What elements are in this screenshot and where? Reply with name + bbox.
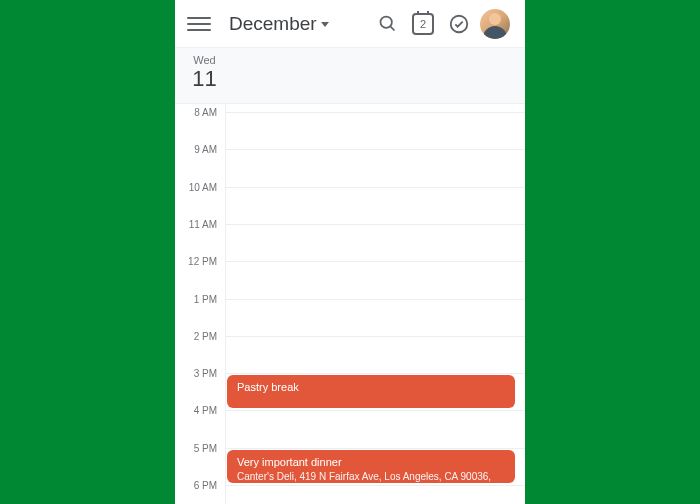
svg-point-2 — [451, 15, 468, 32]
time-label: 8 AM — [194, 107, 217, 118]
calendar-event[interactable]: Very important dinnerCanter's Deli, 419 … — [227, 450, 515, 483]
hour-line — [226, 187, 525, 188]
event-title: Pastry break — [237, 380, 505, 394]
hour-line — [226, 373, 525, 374]
time-label: 12 PM — [188, 256, 217, 267]
time-label: 1 PM — [194, 293, 217, 304]
hamburger-icon[interactable] — [187, 12, 211, 36]
time-label: 11 AM — [189, 218, 217, 229]
hour-line — [226, 299, 525, 300]
time-label: 9 AM — [194, 144, 217, 155]
calendar-grid[interactable]: 8 AM9 AM10 AM11 AM12 PM1 PM2 PM3 PM4 PM5… — [175, 104, 525, 504]
app-bar: December 2 — [175, 0, 525, 48]
calendar-today-icon: 2 — [412, 13, 434, 35]
time-label: 2 PM — [194, 330, 217, 341]
avatar-icon — [480, 9, 510, 39]
time-label: 5 PM — [194, 442, 217, 453]
tasks-button[interactable] — [441, 6, 477, 42]
time-label: 6 PM — [194, 480, 217, 491]
event-location: Canter's Deli, 419 N Fairfax Ave, Los An… — [237, 470, 505, 496]
chevron-down-icon — [321, 22, 329, 27]
hour-line — [226, 448, 525, 449]
hour-line — [226, 149, 525, 150]
search-icon — [377, 13, 398, 34]
check-circle-icon — [448, 13, 470, 35]
today-button[interactable]: 2 — [405, 6, 441, 42]
hour-line — [226, 336, 525, 337]
event-title: Very important dinner — [237, 455, 505, 469]
day-header: Wed 11 — [175, 48, 525, 104]
hour-line — [226, 261, 525, 262]
weekday-label: Wed — [187, 54, 222, 66]
month-picker[interactable]: December — [229, 13, 329, 35]
date-label: 11 — [187, 66, 222, 92]
svg-point-0 — [380, 17, 391, 28]
time-label: 3 PM — [194, 368, 217, 379]
day-label[interactable]: Wed 11 — [187, 54, 222, 92]
time-column: 8 AM9 AM10 AM11 AM12 PM1 PM2 PM3 PM4 PM5… — [175, 104, 225, 504]
calendar-event[interactable]: Pastry break — [227, 375, 515, 408]
hour-line — [226, 112, 525, 113]
svg-line-1 — [390, 26, 394, 30]
hour-line — [226, 410, 525, 411]
calendar-app-frame: December 2 Wed 11 — [175, 0, 525, 504]
grid-lines — [225, 104, 525, 504]
time-label: 4 PM — [194, 405, 217, 416]
time-label: 10 AM — [189, 181, 217, 192]
month-label: December — [229, 13, 317, 35]
search-button[interactable] — [369, 6, 405, 42]
hour-line — [226, 224, 525, 225]
account-avatar[interactable] — [477, 6, 513, 42]
